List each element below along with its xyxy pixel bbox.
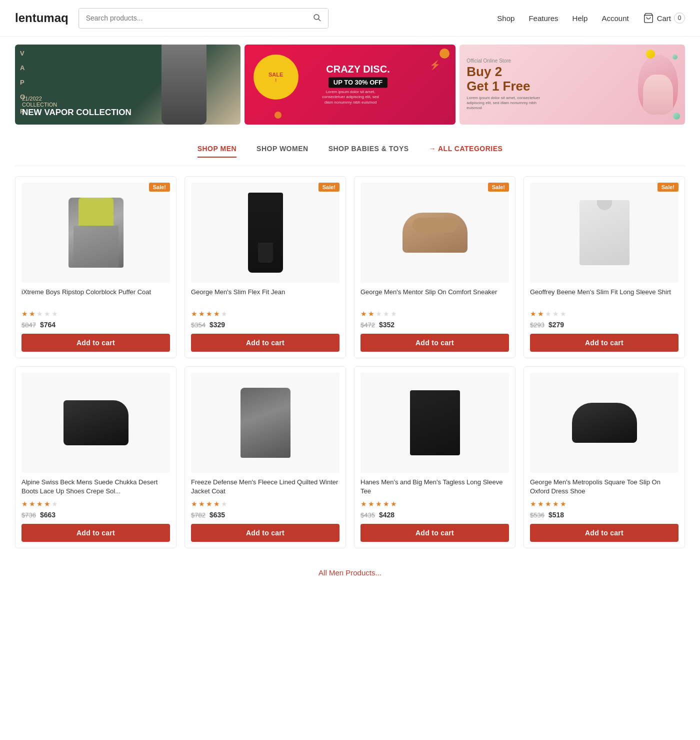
product-name: iXtreme Boys Ripstop Colorblock Puffer C… [22, 288, 170, 306]
add-to-cart-button[interactable]: Add to cart [530, 334, 678, 352]
cart-button[interactable]: Cart 0 [643, 13, 685, 24]
tab-women[interactable]: SHOP WOMEN [256, 145, 308, 158]
star-5: ★ [52, 500, 58, 508]
star-3: ★ [206, 500, 212, 508]
product-image [22, 183, 170, 283]
product-card: Freeze Defense Men's Fleece Lined Quilte… [184, 366, 346, 548]
product-image [530, 183, 678, 283]
sale-badge: Sale! [149, 183, 170, 192]
banner-collection-year: 21/2022 [22, 96, 234, 102]
star-2: ★ [29, 500, 36, 508]
product-name: George Men's Slim Flex Fit Jean [191, 288, 340, 306]
star-4: ★ [552, 310, 559, 318]
banner-fashion[interactable]: VAPOR 21/2022 COLLECTION NEW VAPOR COLLE… [15, 45, 240, 125]
original-price: $847 [22, 321, 36, 329]
star-3: ★ [376, 500, 382, 508]
product-shoe-img [402, 213, 468, 253]
nav-help[interactable]: Help [572, 14, 588, 23]
add-to-cart-button[interactable]: Add to cart [360, 524, 509, 542]
tab-babies[interactable]: SHOP BABIES & TOYS [328, 145, 409, 158]
star-1: ★ [191, 310, 198, 318]
product-name: Alpine Swiss Beck Mens Suede Chukka Dese… [22, 478, 170, 496]
sale-price: $329 [210, 321, 225, 329]
sale-price: $518 [548, 511, 564, 519]
product-image [360, 183, 509, 283]
nav-shop[interactable]: Shop [497, 14, 514, 23]
star-4: ★ [383, 310, 390, 318]
original-price: $472 [360, 321, 375, 329]
product-card: Alpine Swiss Beck Mens Suede Chukka Dese… [15, 366, 176, 548]
search-button[interactable] [306, 9, 328, 28]
original-price: $293 [530, 321, 544, 329]
search-input[interactable] [79, 9, 306, 27]
official-text: Official Online Store [466, 58, 633, 64]
banner-sale[interactable]: SALE ! CRAZY DISC. UP TO 30% OFF Lorem i… [244, 45, 456, 125]
product-jacket-img [68, 198, 124, 268]
cart-label: Cart [657, 14, 671, 23]
nav-account[interactable]: Account [602, 14, 628, 23]
star-1: ★ [360, 310, 367, 318]
product-name: George Men's Mentor Slip On Comfort Snea… [360, 288, 509, 306]
banners-section: VAPOR 21/2022 COLLECTION NEW VAPOR COLLE… [0, 37, 700, 133]
add-to-cart-button[interactable]: Add to cart [22, 334, 170, 352]
banner-collection-label: COLLECTION [22, 102, 234, 108]
product-rating: ★ ★ ★ ★ ★ [530, 310, 678, 318]
add-to-cart-button[interactable]: Add to cart [530, 524, 678, 542]
price-row: $736 $663 [22, 511, 170, 519]
star-4: ★ [383, 500, 390, 508]
tab-all-categories[interactable]: → ALL CATEGORIES [429, 145, 503, 158]
price-row: $536 $518 [530, 511, 678, 519]
star-2: ★ [368, 310, 374, 318]
product-image [191, 373, 340, 473]
add-to-cart-button[interactable]: Add to cart [22, 524, 170, 542]
sale-circle-text: SALE [268, 72, 283, 78]
svg-point-0 [314, 15, 319, 20]
sale-badge: Sale! [318, 183, 340, 192]
product-rating: ★ ★ ★ ★ ★ [22, 310, 170, 318]
star-3: ★ [545, 310, 552, 318]
star-1: ★ [22, 310, 28, 318]
star-2: ★ [198, 500, 205, 508]
star-3: ★ [206, 310, 212, 318]
product-name: Geoffrey Beene Men's Slim Fit Long Sleev… [530, 288, 678, 306]
banner-buy2get1[interactable]: Official Online Store Buy 2 Get 1 Free L… [460, 45, 685, 125]
original-price: $536 [530, 511, 544, 519]
product-rating: ★ ★ ★ ★ ★ [191, 500, 340, 508]
sale-sign: ! [275, 78, 276, 83]
add-to-cart-button[interactable]: Add to cart [191, 524, 340, 542]
all-products-link[interactable]: All Men Products... [0, 558, 700, 587]
star-4: ★ [214, 500, 220, 508]
star-4: ★ [44, 500, 50, 508]
star-3: ★ [545, 500, 552, 508]
svg-line-1 [318, 19, 320, 21]
original-price: $736 [22, 511, 36, 519]
cart-count: 0 [674, 13, 685, 24]
star-1: ★ [191, 500, 198, 508]
product-rating: ★ ★ ★ ★ ★ [530, 500, 678, 508]
star-3: ★ [376, 310, 382, 318]
product-shirt-img [580, 200, 630, 265]
sale-price: $663 [40, 511, 56, 519]
off-text: UP TO 30% OFF [328, 77, 388, 88]
star-2: ★ [368, 500, 374, 508]
price-row: $293 $279 [530, 321, 678, 329]
add-to-cart-button[interactable]: Add to cart [191, 334, 340, 352]
product-name: Freeze Defense Men's Fleece Lined Quilte… [191, 478, 340, 496]
star-3: ★ [36, 310, 43, 318]
product-image [22, 373, 170, 473]
nav-features[interactable]: Features [528, 14, 558, 23]
add-to-cart-button[interactable]: Add to cart [360, 334, 509, 352]
product-card: George Men's Metropolis Square Toe Slip … [524, 366, 685, 548]
product-name: George Men's Metropolis Square Toe Slip … [530, 478, 678, 496]
star-1: ★ [530, 310, 536, 318]
product-rating: ★ ★ ★ ★ ★ [191, 310, 340, 318]
tab-men[interactable]: SHOP MEN [198, 145, 236, 158]
product-image [360, 373, 509, 473]
product-card: Sale! George Men's Mentor Slip On Comfor… [354, 176, 516, 358]
product-gray-jacket-img [240, 388, 290, 458]
logo[interactable]: lentumaq [15, 11, 68, 25]
sale-price: $764 [40, 321, 56, 329]
product-rating: ★ ★ ★ ★ ★ [22, 500, 170, 508]
buy2-line1: Buy 2 [466, 65, 633, 79]
star-3: ★ [36, 500, 43, 508]
